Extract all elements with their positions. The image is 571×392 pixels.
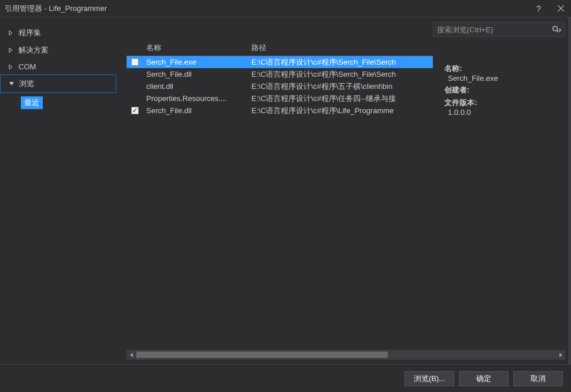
row-name: Properties.Resources.... xyxy=(143,94,248,103)
scroll-left-icon[interactable] xyxy=(127,350,136,360)
column-header-name[interactable]: 名称 xyxy=(143,40,248,55)
column-header-path[interactable]: 路径 xyxy=(248,40,433,55)
detail-name-label: 名称: xyxy=(444,64,565,74)
scroll-right-icon[interactable] xyxy=(555,350,565,360)
detail-version-label: 文件版本: xyxy=(444,98,565,108)
search-box[interactable] xyxy=(433,22,565,37)
window-title: 引用管理器 - Life_Programmer xyxy=(5,3,533,14)
help-icon[interactable]: ? xyxy=(533,3,544,14)
table-row[interactable]: Properties.Resources....E:\C语言程序设计\c#程序\… xyxy=(127,92,433,104)
sidebar-item-label: 解决方案 xyxy=(18,45,49,55)
details-panel: 名称: Serch_File.exe 创建者: 文件版本: 1.0.0.0 xyxy=(439,38,571,350)
sidebar-item-browse[interactable]: 浏览 xyxy=(0,74,116,93)
row-name: client.dll xyxy=(143,82,248,91)
row-path: E:\C语言程序设计\c#程序\任务四--继承与接 xyxy=(248,94,433,104)
row-name: Serch_File.exe xyxy=(143,58,248,66)
table-row[interactable]: client.dllE:\C语言程序设计\c#程序\五子棋\client\bin xyxy=(127,80,433,92)
chevron-right-icon xyxy=(7,29,15,37)
titlebar: 引用管理器 - Life_Programmer ? xyxy=(0,0,571,17)
vertical-scrollbar[interactable] xyxy=(568,17,571,364)
chevron-down-icon xyxy=(8,80,16,88)
row-path: E:\C语言程序设计\c#程序\Life_Programme xyxy=(248,106,433,116)
search-input[interactable] xyxy=(437,25,552,34)
sidebar-item-assemblies[interactable]: 程序集 xyxy=(0,24,116,42)
row-path: E:\C语言程序设计\c#程序\Serch_File\Serch xyxy=(248,57,433,68)
detail-name-value: Serch_File.exe xyxy=(448,74,565,83)
list-header: 名称 路径 xyxy=(127,40,433,56)
detail-creator-label: 创建者: xyxy=(444,85,565,95)
row-path: E:\C语言程序设计\c#程序\Serch_File\Serch xyxy=(248,69,433,80)
chevron-right-icon xyxy=(7,46,15,54)
cancel-button[interactable]: 取消 xyxy=(513,371,563,386)
close-icon[interactable] xyxy=(555,3,566,14)
svg-line-3 xyxy=(557,31,559,33)
table-row[interactable]: Serch_File.exeE:\C语言程序设计\c#程序\Serch_File… xyxy=(127,56,433,68)
table-row[interactable]: Serch_File.dllE:\C语言程序设计\c#程序\Serch_File… xyxy=(127,68,433,80)
checkbox[interactable] xyxy=(131,58,139,66)
detail-version-value: 1.0.0.0 xyxy=(448,108,565,117)
ok-button[interactable]: 确定 xyxy=(459,371,509,386)
sidebar-sub-recent[interactable]: 最近 xyxy=(21,96,43,109)
row-path: E:\C语言程序设计\c#程序\五子棋\client\bin xyxy=(248,81,433,92)
sidebar-item-label: COM xyxy=(18,62,36,71)
browse-button[interactable]: 浏览(B)... xyxy=(405,371,454,386)
sidebar-item-label: 程序集 xyxy=(18,28,41,38)
search-icon[interactable] xyxy=(552,25,561,33)
sidebar-item-com[interactable]: COM xyxy=(0,59,116,74)
table-row[interactable]: ✓Serch_File.dllE:\C语言程序设计\c#程序\Life_Prog… xyxy=(127,104,433,117)
svg-point-2 xyxy=(553,27,558,31)
sidebar-item-label: 浏览 xyxy=(19,79,34,89)
reference-list: 名称 路径 Serch_File.exeE:\C语言程序设计\c#程序\Serc… xyxy=(127,40,433,350)
footer: 浏览(B)... 确定 取消 xyxy=(0,364,571,392)
horizontal-scrollbar[interactable] xyxy=(127,350,565,360)
sidebar: 程序集 解决方案 COM 浏览 最近 xyxy=(0,17,116,364)
row-name: Serch_File.dll xyxy=(143,106,248,115)
sidebar-item-solution[interactable]: 解决方案 xyxy=(0,42,116,59)
checkbox[interactable]: ✓ xyxy=(131,107,139,114)
scroll-thumb[interactable] xyxy=(136,352,388,358)
row-name: Serch_File.dll xyxy=(143,70,248,79)
chevron-right-icon xyxy=(7,63,15,71)
